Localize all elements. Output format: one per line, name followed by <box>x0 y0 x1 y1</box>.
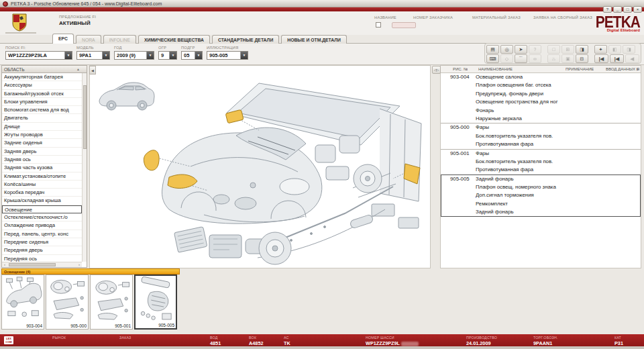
sidebar-item-колёса-шины[interactable]: Колёса/шины <box>2 181 82 189</box>
window-restore[interactable]: □ <box>623 6 632 13</box>
sidebar-collapse-button[interactable]: ◀ <box>89 66 96 74</box>
sidebar-item-охлаждение-привода[interactable]: Охлаждение привода <box>2 221 82 230</box>
sidebar-item-остекление-стеклоочист-о[interactable]: Остекление/стеклоочист./о <box>2 213 82 221</box>
thumbnail[interactable]: 905-000 <box>46 275 89 330</box>
sidebar-item-передняя-ось[interactable]: Передняя ось <box>2 255 82 262</box>
table-row[interactable]: 903-004Освещение салона <box>441 73 641 81</box>
table-row[interactable]: Наружные зеркала <box>441 115 641 123</box>
sidebar-item-аккумуляторная-батарея[interactable]: Аккумуляторная батарея <box>2 73 82 81</box>
link-icon[interactable]: ∞ <box>529 54 541 63</box>
hscroll-left-icon[interactable]: ‹ <box>2 262 7 267</box>
sidebar-item-двигатель[interactable]: Двигатель <box>2 114 82 122</box>
filter-combo[interactable]: WP1ZZZ9PZ9LA▼ <box>5 51 72 60</box>
sidebar-header[interactable]: ОБЛАСТЬ ▲ <box>2 66 87 73</box>
clipboard-icon[interactable]: ▣ <box>561 54 574 63</box>
sidebar-item-передние-сиденья[interactable]: Передние сиденья <box>2 238 82 246</box>
customer-number-input[interactable] <box>392 22 416 28</box>
document-icon[interactable]: □ <box>547 45 560 54</box>
page-back-icon[interactable]: ◧ <box>608 45 621 54</box>
sidebar-item-задняя-часть-кузова[interactable]: Задняя часть кузова <box>2 164 82 172</box>
sidebar-hscrollbar[interactable]: ‹ › <box>2 262 82 267</box>
sidebar-item-освещение[interactable]: Освещение <box>2 205 82 213</box>
help-search-icon[interactable]: ? <box>529 45 541 54</box>
sidebar-item-климат-установка-отопите[interactable]: Климат.установка/отопите <box>2 172 82 181</box>
dropdown-icon[interactable]: ▼ <box>102 52 109 59</box>
filter-combo[interactable]: 05▼ <box>181 51 203 60</box>
table-row[interactable]: Фонарь <box>441 107 641 115</box>
sidebar-item-аксессуары[interactable]: Аксессуары <box>2 81 82 89</box>
hscroll-thumb[interactable] <box>9 263 56 266</box>
tab-nora[interactable]: NORA <box>76 35 101 44</box>
column-header-3[interactable]: ВВОД ДАННЫХ ПО М <box>606 66 639 73</box>
tab-epc[interactable]: EPC <box>52 34 74 44</box>
cart-icon[interactable]: ⊟ <box>576 54 588 63</box>
table-row[interactable]: Противотуманная фара <box>441 140 641 148</box>
illustration-canvas[interactable] <box>89 65 431 268</box>
tab-химические-вещества[interactable]: ХИМИЧЕСКИЕ ВЕЩЕСТВА <box>138 35 210 44</box>
glass-icon[interactable]: ♨ <box>547 54 560 63</box>
table-row[interactable]: Предупрежд. фонарь двери <box>441 90 641 98</box>
page-copy-icon[interactable]: ◨ <box>623 45 635 54</box>
dropdown-icon[interactable]: ▼ <box>169 52 176 59</box>
dropdown-icon[interactable]: ▼ <box>195 52 202 59</box>
print-icon[interactable]: ▤ <box>486 45 499 54</box>
sidebar-item-задние-сиденья[interactable]: Задние сиденья <box>2 139 82 147</box>
vscroll-thumb[interactable] <box>83 85 87 149</box>
filter-combo[interactable]: 9PA1▼ <box>76 51 110 60</box>
table-row[interactable]: Доп.сигнал торможения <box>441 191 641 199</box>
hscroll-right-icon[interactable]: › <box>76 262 82 267</box>
column-header-1[interactable]: НАИМЕНОВАНИЕ <box>478 66 513 73</box>
sidebar-item-коробка-передач[interactable]: Коробка передач <box>2 189 82 197</box>
pin-icon[interactable]: ✦ <box>594 45 607 54</box>
table-row[interactable]: Бок.повторитель указателя пов. <box>441 158 641 166</box>
sidebar-item-вспомогат-система-для-вод[interactable]: Вспомогат.система для вод <box>2 106 82 114</box>
sidebar-item-днище[interactable]: Днище <box>2 123 82 131</box>
thumbnail[interactable]: 905-001 <box>90 275 133 330</box>
table-row[interactable]: Плафон освещ. номерного знака <box>441 183 641 191</box>
thumbnail[interactable]: 903-004 <box>1 275 44 330</box>
sidebar-item-перед-панель-центр-конс[interactable]: Перед. панель, центр. конс <box>2 230 82 238</box>
filter-combo[interactable]: 2009 (9)▼ <box>114 51 154 60</box>
sidebar-item-задняя-ось[interactable]: Задняя ось <box>2 156 82 164</box>
nav-first-icon[interactable]: |◀ <box>594 54 608 63</box>
dropdown-icon[interactable]: ▼ <box>64 52 72 59</box>
name-checkbox[interactable] <box>376 22 381 28</box>
copy-doc-icon[interactable]: ⊞ <box>561 45 574 54</box>
tab-новые-и-отм-детали[interactable]: НОВЫЕ И ОТМ.ДЕТАЛИ <box>281 35 347 44</box>
keyboard-icon[interactable]: ⌨ <box>486 54 499 63</box>
table-row[interactable]: 905-001Фары <box>441 150 641 158</box>
table-row[interactable]: Плафон освещения баг. отсека <box>441 81 641 89</box>
table-row[interactable]: Ремкомплект <box>441 200 641 208</box>
panel-splitter-button[interactable]: ◁▷ <box>432 66 441 74</box>
tab-стандартные-детали[interactable]: СТАНДАРТНЫЕ ДЕТАЛИ <box>212 35 279 44</box>
table-row[interactable]: Освещение пространства для ног <box>441 98 641 106</box>
sidebar-item-задняя-дверь[interactable]: Задняя дверь <box>2 148 82 156</box>
key-icon[interactable]: ◇ <box>500 54 513 63</box>
send-icon[interactable]: ➤ <box>515 45 527 54</box>
nav-prev-icon[interactable]: |◀ <box>610 54 624 63</box>
sidebar-item-блоки-управления[interactable]: Блоки управления <box>2 98 82 106</box>
table-row[interactable]: Задний фонарь <box>441 208 641 216</box>
thumbnail[interactable]: 905-005 <box>134 275 177 330</box>
nav-back-icon[interactable]: ◀ <box>625 54 639 63</box>
sidebar-vscrollbar[interactable] <box>82 73 87 262</box>
filter-combo[interactable]: 905-005▼ <box>207 51 248 60</box>
gauge-icon[interactable]: ⌒ <box>515 54 527 63</box>
dropdown-icon[interactable]: ▼ <box>240 52 248 59</box>
tab-infoline[interactable]: INFOLINE <box>103 35 136 44</box>
globe-icon[interactable]: ◎ <box>500 45 513 54</box>
table-row[interactable]: Бок.повторитель указателя пов. <box>441 132 641 140</box>
sidebar-item-передняя-дверь[interactable]: Передняя дверь <box>2 246 82 254</box>
table-row[interactable]: 905-000Фары <box>441 123 641 132</box>
sidebar-item-крыша-складная-крыша[interactable]: Крыша/складная крыша <box>2 197 82 205</box>
cart-export-icon[interactable]: ◨ <box>576 45 588 54</box>
sidebar-item-жгуты-проводов[interactable]: Жгуты проводов <box>2 131 82 139</box>
window-help[interactable]: ? <box>603 6 612 13</box>
window-close[interactable]: × <box>633 6 642 13</box>
filter-combo[interactable]: 9▼ <box>158 51 177 60</box>
table-row[interactable]: Противотуманная фара <box>441 166 641 174</box>
sidebar-item-багажный-грузовой-отсек[interactable]: Багажный/грузовой отсек <box>2 90 82 98</box>
dropdown-icon[interactable]: ▼ <box>146 52 154 59</box>
column-header-2[interactable]: ПРИМЕЧАНИЕ <box>566 66 594 73</box>
column-header-0[interactable]: РИС. № <box>453 66 468 73</box>
